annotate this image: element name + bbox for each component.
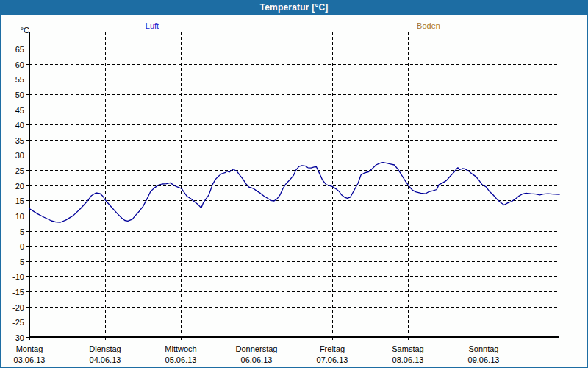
temperature-chart-svg: 65605550454035302520151050-5-10-15-20-25… <box>0 0 588 368</box>
x-date-label: 03.06.13 <box>14 355 46 364</box>
x-day-label: Donnerstag <box>236 344 278 353</box>
y-tick-label: -20 <box>12 303 24 312</box>
x-date-label: 07.06.13 <box>317 355 348 364</box>
x-day-label: Samstag <box>392 344 423 353</box>
temperature-app-window: Temperatur [°C] Luft Boden °C 6560555045… <box>0 0 588 368</box>
series-line-luft <box>29 163 559 222</box>
y-tick-label: 45 <box>15 106 24 115</box>
y-tick-label: 60 <box>15 60 24 69</box>
y-tick-label: 40 <box>15 121 24 130</box>
y-tick-label: -25 <box>12 318 24 327</box>
legend-boden-label: Boden <box>417 21 440 30</box>
x-date-label: 06.06.13 <box>241 355 273 364</box>
x-date-label: 09.06.13 <box>468 355 500 364</box>
y-tick-label: 25 <box>15 166 24 175</box>
y-tick-label: 50 <box>15 91 24 99</box>
x-day-label: Mittwoch <box>165 344 196 353</box>
legend-luft-label: Luft <box>146 21 159 30</box>
y-tick-label: 55 <box>15 75 24 84</box>
y-tick-label: 30 <box>15 151 24 160</box>
y-tick-label: 5 <box>20 227 24 236</box>
x-date-label: 04.06.13 <box>90 355 121 364</box>
y-tick-label: -10 <box>12 272 24 281</box>
y-tick-label: 15 <box>15 197 24 205</box>
x-day-label: Montag <box>16 344 43 353</box>
y-tick-label: -15 <box>12 288 24 297</box>
y-tick-label: 0 <box>20 242 24 251</box>
y-tick-label: 20 <box>15 182 24 191</box>
x-day-label: Freitag <box>320 344 345 353</box>
window-title: Temperatur [°C] <box>260 2 329 13</box>
y-tick-label: 35 <box>15 136 24 145</box>
y-tick-label: -30 <box>12 333 24 342</box>
y-tick-label: -5 <box>17 258 24 266</box>
y-tick-label: 10 <box>15 212 24 221</box>
y-axis-unit-label: °C <box>18 26 29 35</box>
window-title-bar: Temperatur [°C] <box>0 0 588 15</box>
plot-frame <box>30 32 559 338</box>
x-date-label: 05.06.13 <box>165 355 197 364</box>
x-date-label: 08.06.13 <box>392 355 424 364</box>
x-day-label: Dienstag <box>89 344 121 353</box>
x-day-label: Sonntag <box>469 344 499 353</box>
y-tick-label: 65 <box>15 45 24 54</box>
